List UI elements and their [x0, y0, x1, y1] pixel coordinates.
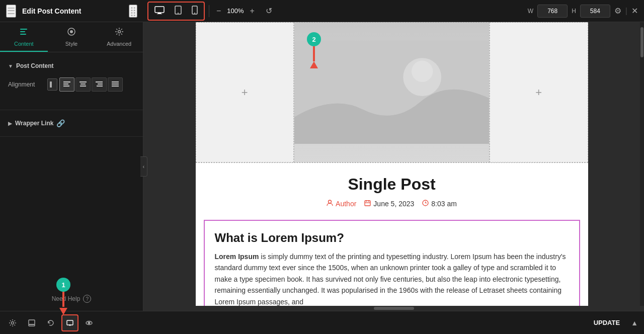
vscroll-thumb	[640, 27, 643, 57]
svg-rect-9	[20, 34, 26, 35]
style-icon	[67, 27, 76, 39]
canvas-inner: 2 +	[143, 22, 644, 306]
svg-rect-8	[20, 31, 25, 32]
svg-point-6	[194, 13, 195, 14]
separator	[209, 5, 209, 17]
collapse-sidebar-button[interactable]: ‹	[140, 156, 147, 177]
tab-style-label: Style	[65, 41, 77, 47]
content-body: Lorem Ipsum is simply dummy text of the …	[215, 251, 569, 306]
main-layout: Content Style Advanced ▼ Post Content	[0, 22, 644, 311]
svg-rect-22	[97, 86, 103, 87]
time-label: 8:03 am	[431, 200, 457, 208]
svg-rect-13	[50, 81, 52, 88]
desktop-view-button[interactable]	[150, 4, 169, 18]
align-left-button[interactable]	[59, 77, 74, 92]
grid-icon[interactable]: ⣿	[129, 5, 137, 18]
svg-rect-39	[29, 324, 35, 326]
svg-rect-18	[80, 84, 86, 85]
canvas-columns: +	[196, 22, 588, 163]
align-justify-button[interactable]	[108, 77, 123, 92]
svg-point-12	[118, 31, 120, 33]
topbar-right: W H ⚙ | ✕	[528, 5, 644, 18]
svg-rect-38	[29, 320, 35, 324]
settings-bottom-button[interactable]	[4, 314, 21, 331]
add-left-icon[interactable]: +	[242, 86, 248, 99]
annotation-circle-1: 1	[56, 278, 70, 292]
alignment-label: Alignment	[8, 81, 43, 88]
close-icon[interactable]: ✕	[631, 6, 638, 16]
topbar: ☰ Edit Post Content ⣿ − 100% + ↺ W H ⚙ |…	[0, 0, 644, 22]
alignment-row: Alignment	[8, 77, 135, 92]
svg-rect-15	[63, 84, 68, 85]
undo-button[interactable]: ↺	[263, 5, 275, 17]
eye-button[interactable]	[80, 314, 98, 331]
add-right-icon[interactable]: +	[535, 86, 542, 99]
tab-style[interactable]: Style	[48, 22, 96, 52]
wrapper-link-emoji: 🔗	[56, 119, 65, 127]
post-title: Single Post	[206, 175, 578, 194]
hamburger-icon[interactable]: ☰	[6, 5, 16, 18]
topbar-left: ☰ Edit Post Content ⣿	[0, 5, 143, 18]
text-align-controls	[59, 77, 123, 92]
zoom-value: 100%	[227, 7, 244, 15]
annotation-circle-2: 2	[307, 32, 321, 46]
history-button[interactable]	[42, 314, 59, 331]
arrow-shaft-down	[62, 292, 64, 307]
tab-advanced[interactable]: Advanced	[95, 22, 143, 52]
wrapper-link-arrow: ▶	[8, 121, 12, 126]
svg-rect-23	[112, 81, 119, 82]
arrow-down-icon: ▼	[8, 63, 13, 69]
settings-icon[interactable]: ⚙	[614, 6, 621, 16]
post-canvas: +	[196, 22, 588, 306]
vertical-scrollbar[interactable]	[640, 22, 644, 306]
align-right-button[interactable]	[92, 77, 107, 92]
responsive-button[interactable]	[61, 314, 78, 331]
author-label: Author	[336, 200, 356, 208]
need-help[interactable]: Need Help ?	[0, 287, 143, 311]
svg-rect-7	[20, 29, 27, 30]
sidebar-content: ▼ Post Content Alignment	[0, 52, 143, 287]
width-label: W	[528, 8, 533, 15]
zoom-controls: − 100% + ↺	[213, 5, 275, 17]
separator-2: |	[625, 7, 627, 16]
post-content-section-header[interactable]: ▼ Post Content	[0, 58, 143, 73]
height-input[interactable]	[580, 5, 610, 18]
tab-content[interactable]: Content	[0, 22, 48, 52]
zoom-in-button[interactable]: +	[247, 6, 258, 17]
help-icon: ?	[83, 295, 91, 303]
post-meta: Author June 5, 2023	[206, 200, 578, 208]
author-icon	[327, 200, 333, 208]
svg-rect-14	[63, 81, 70, 82]
svg-point-44	[88, 322, 90, 324]
arrow-down-icon	[59, 308, 67, 315]
svg-rect-17	[79, 81, 87, 82]
layers-button[interactable]	[23, 314, 40, 331]
content-text: is simply dummy text of the printing and…	[215, 253, 566, 306]
align-placeholder-icon	[47, 78, 57, 91]
tablet-view-button[interactable]	[171, 4, 186, 19]
svg-rect-21	[98, 84, 103, 85]
svg-rect-25	[112, 86, 119, 87]
sidebar: Content Style Advanced ▼ Post Content	[0, 22, 143, 311]
author-meta: Author	[327, 200, 356, 208]
canvas-col-right: +	[490, 22, 588, 162]
canvas-area: 2 +	[143, 22, 640, 306]
update-button[interactable]: UPDATE	[587, 316, 627, 329]
horizontal-scrollbar[interactable]	[143, 306, 644, 311]
zoom-out-button[interactable]: −	[213, 6, 224, 17]
mobile-view-button[interactable]	[188, 4, 202, 19]
svg-rect-16	[63, 86, 69, 87]
post-content-label: Post Content	[16, 62, 54, 69]
arrow-shaft-up	[313, 46, 315, 61]
wrapper-link-label: Wrapper Link	[15, 120, 53, 127]
divider-2	[0, 136, 143, 137]
width-input[interactable]	[537, 5, 568, 18]
time-meta: 8:03 am	[422, 200, 457, 208]
placeholder-image	[294, 23, 489, 162]
date-label: June 5, 2023	[373, 200, 414, 208]
bottom-toolbar: 1 UPDATE ▲	[0, 311, 644, 334]
device-switcher	[147, 2, 205, 21]
align-center-button[interactable]	[75, 77, 91, 92]
wrapper-link-section[interactable]: ▶ Wrapper Link 🔗	[0, 114, 143, 132]
update-chevron-button[interactable]: ▲	[629, 316, 640, 330]
